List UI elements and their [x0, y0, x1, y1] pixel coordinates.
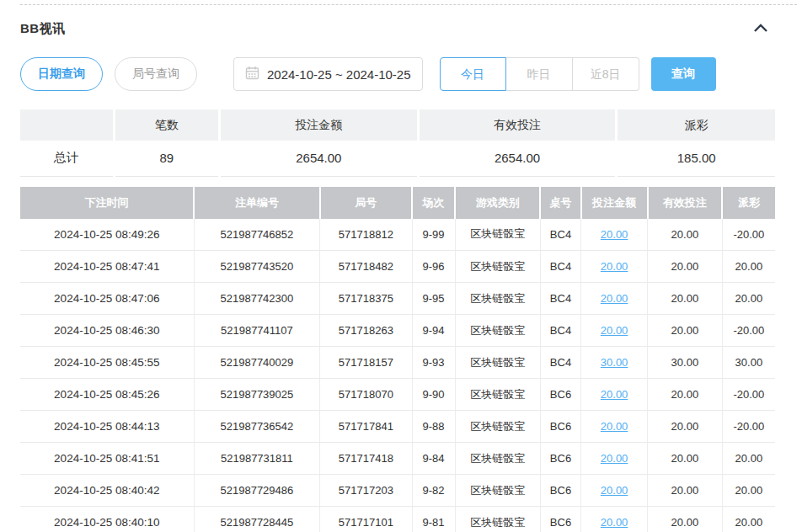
cell: 9-93: [412, 347, 455, 379]
cell: 20.00: [722, 283, 775, 315]
cell: 区块链骰宝: [455, 347, 540, 379]
cell: BC4: [540, 251, 580, 283]
cell: 20.00: [722, 443, 775, 475]
cell: 2024-10-25 08:45:55: [20, 347, 194, 379]
cell: 521987728445: [194, 507, 320, 532]
cell: 20.00: [648, 379, 723, 411]
bet-amount-cell: 20.00: [581, 475, 648, 507]
bet-amount-cell: 30.00: [581, 347, 648, 379]
cell: BC4: [540, 219, 580, 251]
bet-amount-cell: 20.00: [581, 507, 648, 532]
summary-table: 笔数投注金额有效投注派彩 总计892654.002654.00185.00: [20, 109, 775, 177]
cell: 20.00: [648, 443, 723, 475]
cell: 521987742300: [194, 283, 320, 315]
summary-cell: 89: [114, 141, 219, 176]
summary-col-header: [20, 109, 114, 141]
cell: 2024-10-25 08:41:51: [20, 443, 194, 475]
quick-range-近8日[interactable]: 近8日: [573, 57, 639, 91]
cell: 2024-10-25 08:49:26: [20, 219, 194, 251]
cell: 2024-10-25 08:44:13: [20, 411, 194, 443]
bet-amount-link[interactable]: 20.00: [601, 452, 628, 465]
quick-range-今日[interactable]: 今日: [440, 57, 506, 91]
bet-amount-link[interactable]: 20.00: [601, 516, 628, 529]
cell: 区块链骰宝: [455, 507, 540, 532]
cell: 区块链骰宝: [455, 379, 540, 411]
cell: 571718812: [320, 219, 412, 251]
cell: 9-90: [412, 379, 455, 411]
date-query-tab[interactable]: 日期查询: [20, 57, 103, 91]
cell: 9-96: [412, 251, 455, 283]
summary-cell: 185.00: [617, 141, 775, 176]
cell: 区块链骰宝: [455, 443, 540, 475]
date-range-input[interactable]: 2024-10-25 ~ 2024-10-25: [233, 57, 423, 91]
bet-amount-link[interactable]: 20.00: [601, 420, 628, 433]
cell: 20.00: [722, 475, 775, 507]
bet-col-header: 注单编号: [194, 187, 320, 219]
cell: 571717418: [320, 443, 412, 475]
cell: 2024-10-25 08:45:26: [20, 379, 194, 411]
cell: 521987741107: [194, 315, 320, 347]
cell: BC6: [540, 507, 580, 532]
bet-amount-link[interactable]: 20.00: [601, 324, 628, 337]
cell: 9-95: [412, 283, 455, 315]
cell: 30.00: [648, 347, 723, 379]
cell: 20.00: [648, 315, 723, 347]
bet-col-header: 桌号: [540, 187, 580, 219]
cell: 2024-10-25 08:47:06: [20, 283, 194, 315]
cell: BC6: [540, 475, 580, 507]
bet-amount-cell: 20.00: [581, 251, 648, 283]
cell: BC4: [540, 283, 580, 315]
search-button[interactable]: 查询: [651, 57, 716, 91]
table-row: 2024-10-25 08:49:26521987746852571718812…: [20, 219, 775, 251]
cell: 20.00: [722, 251, 775, 283]
cell: 20.00: [648, 411, 723, 443]
collapse-panel-button[interactable]: [751, 21, 770, 37]
cell: 9-88: [412, 411, 455, 443]
quick-range-group: 今日昨日近8日: [440, 57, 639, 91]
cell: -20.00: [722, 379, 775, 411]
round-query-tab[interactable]: 局号查询: [115, 57, 197, 91]
bet-amount-link[interactable]: 20.00: [601, 484, 628, 497]
cell: BC4: [540, 315, 580, 347]
table-row: 2024-10-25 08:44:13521987736542571717841…: [20, 411, 775, 443]
bet-amount-link[interactable]: 20.00: [601, 228, 628, 241]
cell: 571718482: [320, 251, 412, 283]
cell: 521987729486: [194, 475, 320, 507]
cell: BC6: [540, 379, 580, 411]
summary-header-row: 笔数投注金额有效投注派彩: [20, 109, 775, 141]
summary-cell: 2654.00: [220, 141, 419, 176]
bet-amount-link[interactable]: 30.00: [601, 356, 628, 369]
cell: 2024-10-25 08:47:41: [20, 251, 194, 283]
bet-col-header: 游戏类别: [455, 187, 540, 219]
summary-col-header: 投注金额: [220, 109, 419, 141]
cell: -20.00: [722, 411, 775, 443]
cell: BC6: [540, 443, 580, 475]
bet-amount-link[interactable]: 20.00: [601, 292, 628, 305]
table-row: 2024-10-25 08:40:10521987728445571717101…: [20, 507, 775, 532]
bet-records-table: 下注时间注单编号局号场次游戏类别桌号投注金额有效投注派彩 2024-10-25 …: [20, 187, 775, 532]
cell: 2024-10-25 08:40:42: [20, 475, 194, 507]
top-dashed-divider: [20, 4, 797, 5]
bb-video-panel: BB视讯 日期查询 局号查询 2024-10-25 ~ 2024-10-25: [0, 21, 802, 532]
table-row: 2024-10-25 08:45:55521987740029571718157…: [20, 347, 775, 379]
bet-amount-link[interactable]: 20.00: [601, 388, 628, 401]
bet-amount-link[interactable]: 20.00: [601, 260, 628, 273]
cell: 9-81: [412, 507, 455, 532]
summary-cell: 总计: [20, 141, 114, 176]
cell: 521987731811: [194, 443, 320, 475]
cell: 2024-10-25 08:46:30: [20, 315, 194, 347]
cell: 区块链骰宝: [455, 475, 540, 507]
cell: 571717841: [320, 411, 412, 443]
cell: -20.00: [722, 219, 775, 251]
quick-range-昨日[interactable]: 昨日: [506, 57, 573, 91]
cell: 9-99: [412, 219, 455, 251]
table-row: 2024-10-25 08:41:51521987731811571717418…: [20, 443, 775, 475]
cell: 区块链骰宝: [455, 251, 540, 283]
bet-col-header: 有效投注: [648, 187, 723, 219]
cell: BC4: [540, 347, 580, 379]
cell: 9-94: [412, 315, 455, 347]
cell: BC6: [540, 411, 580, 443]
cell: 2024-10-25 08:40:10: [20, 507, 194, 532]
bet-amount-cell: 20.00: [581, 219, 648, 251]
bet-col-header: 场次: [412, 187, 455, 219]
